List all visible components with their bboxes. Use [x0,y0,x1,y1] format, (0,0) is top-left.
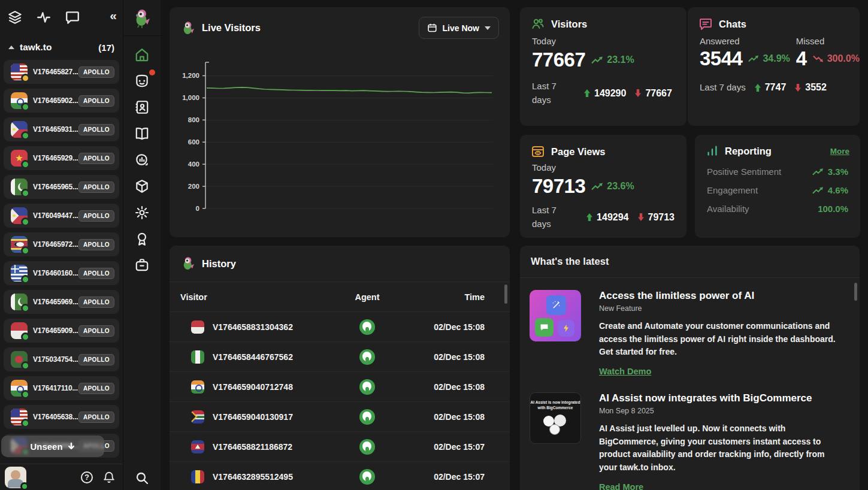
bigcommerce-thumbnail: AI Assist is now integrated with BigComm… [530,392,581,444]
read-more-link[interactable]: Read More [599,482,643,490]
visitor-list-item[interactable]: V176465929... APOLLO [4,146,119,170]
rail-item-apps[interactable] [123,179,161,194]
chat-icon[interactable] [65,10,80,25]
rail-item-reports-app[interactable] [123,152,161,168]
country-flag [191,410,204,424]
visitor-list-item[interactable]: V176465902... APOLLO [4,89,119,113]
chevron-down-icon [67,442,75,450]
chat-time: 02/Dec 15:07 [403,442,493,452]
date-range-button[interactable]: Live Now [419,17,499,39]
watch-demo-link[interactable]: Watch Demo [599,367,651,376]
status-dot [21,189,30,198]
reporting-more-link[interactable]: More [830,147,849,156]
table-row[interactable]: V1764658446767562 02/Dec 15:08 [170,342,510,372]
property-badge: APOLLO [78,153,114,164]
property-badge: APOLLO [78,239,114,250]
visitor-list-item[interactable]: V176465972... APOLLO [4,232,119,256]
layers-icon[interactable] [7,10,23,25]
property-group-header[interactable]: tawk.to (17) [0,42,123,53]
card-title: Live Visitors [202,22,261,34]
answered-label: Answered [700,36,790,46]
latest-scrollbar[interactable] [854,283,857,301]
visitor-list-item[interactable]: V176417110... APOLLO [4,376,119,400]
arrow-up-icon [586,213,593,222]
today-label: Today [532,36,675,46]
trend-up-icon [591,182,603,191]
tawkto-logo[interactable] [123,0,161,36]
visitor-count: (17) [98,43,114,53]
status-dot [21,160,30,169]
column-time: Time [403,292,493,302]
property-name: tawk.to [20,42,52,53]
visitor-list-item[interactable]: V175034754... APOLLO [4,347,119,371]
unseen-button[interactable]: Unseen [1,435,104,457]
dashboard-main: Live Visitors Live Now 02004006008001,00… [161,0,868,490]
panel-title: What's the latest [520,246,860,277]
visitor-id: V176465931... [33,125,78,134]
table-row[interactable]: V1764632895512495 02/Dec 15:07 [170,462,510,490]
rail-item-rewards[interactable] [123,231,161,247]
visitor-id: V176465965... [33,183,78,191]
table-row[interactable]: V1764658831304362 02/Dec 15:08 [170,312,510,342]
search-icon[interactable] [123,471,161,485]
history-scrollbar[interactable] [504,285,507,304]
visitor-list-item[interactable]: V176465965... APOLLO [4,175,119,199]
sidebar-bottom-bar: ? [0,464,123,490]
rail-item-settings[interactable] [123,205,161,220]
bell-icon[interactable] [102,471,116,484]
collapse-sidebar-icon[interactable]: « [110,8,117,23]
chat-time: 02/Dec 15:08 [403,382,493,392]
property-badge: APOLLO [78,210,114,222]
rail-item-knowledge-base[interactable] [123,126,161,141]
news-title: Access the limitless power of AI [599,290,844,302]
svg-text:0: 0 [196,205,199,212]
rail-item-contacts[interactable] [123,99,161,115]
visitor-id: V1764658446767562 [213,352,293,362]
visitor-list-item[interactable]: V176405638... APOLLO [4,405,119,429]
country-flag [191,440,204,453]
table-row[interactable]: V1764659040712748 02/Dec 15:08 [170,372,510,402]
card-title: History [202,258,236,270]
parrot-logo-icon [180,256,196,271]
property-badge: APOLLO [78,383,114,394]
property-badge: APOLLO [78,297,114,308]
rail-item-workspace[interactable] [123,258,161,273]
agent-avatar [359,409,375,425]
visitor-list-item[interactable]: V176465909... APOLLO [4,319,119,343]
whats-the-latest-card: What's the latest Access the limitless p… [520,246,860,490]
missed-value: 4 [796,47,807,70]
table-row[interactable]: V1764658821186872 02/Dec 15:07 [170,432,510,462]
visitors-trend: 23.1% [591,55,634,65]
last7-label: Last 7 days [532,204,577,231]
card-title: Visitors [551,19,587,30]
visitor-list-item[interactable]: V176465827... APOLLO [4,60,119,84]
visitor-list-item[interactable]: V176460160... APOLLO [4,261,119,285]
rail-item-inbox[interactable] [123,73,161,89]
agent-avatar [359,319,375,335]
svg-text:1,200: 1,200 [182,72,199,79]
rail-item-home[interactable] [123,47,161,63]
property-badge: APOLLO [78,268,114,279]
visitor-list-item[interactable]: V176465931... APOLLO [4,117,119,141]
card-title: Page Views [551,146,606,158]
visitor-list-item[interactable]: V176049447... APOLLO [4,204,119,228]
answered-group: Answered 3544 34.9% [700,36,790,70]
last7-down: 3552 [794,82,827,93]
card-title: Chats [719,19,746,30]
visitor-id: V1764658821186872 [213,442,292,452]
visitor-list-item[interactable]: V176465969... APOLLO [4,290,119,314]
reporting-card: Reporting More Positive Sentiment 3.3% E… [695,135,860,238]
agent-avatar [359,379,375,395]
status-dot [21,390,30,399]
activity-icon[interactable] [36,10,52,25]
collapse-group-icon[interactable] [8,46,14,49]
visitor-id: V176405638... [33,413,78,421]
visitor-id: V1764659040130917 [213,412,293,422]
help-icon[interactable]: ? [81,471,93,483]
calendar-icon [427,23,437,33]
today-label: Today [532,162,675,173]
chat-time: 02/Dec 15:08 [403,352,493,362]
country-flag [191,380,204,394]
table-row[interactable]: V1764659040130917 02/Dec 15:08 [170,402,510,432]
user-avatar[interactable] [5,467,26,488]
